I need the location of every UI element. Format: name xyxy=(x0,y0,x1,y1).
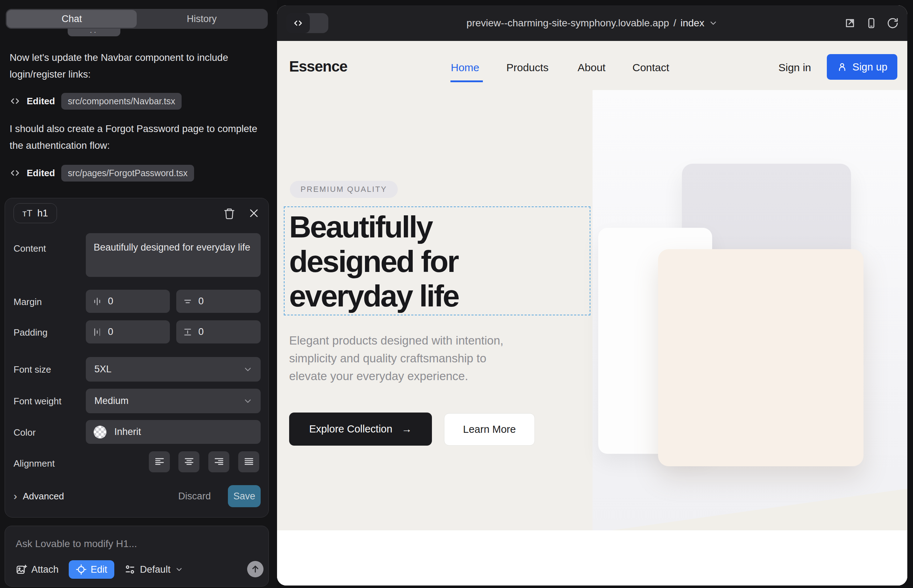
close-icon xyxy=(248,207,260,219)
chat-history-tabs: Chat History xyxy=(6,9,268,29)
align-center-button[interactable] xyxy=(178,451,199,472)
margin-label: Margin xyxy=(13,297,42,307)
color-label: Color xyxy=(13,427,36,438)
edited-file-row: Edited src/components/Navbar.tsx xyxy=(10,92,181,110)
url-host: preview--charming-site-symphony.lovable.… xyxy=(466,18,669,29)
file-chip-navbar[interactable]: src/components/Navbar.tsx xyxy=(61,93,181,110)
typography-icon: тT xyxy=(23,208,32,219)
content-input[interactable]: Beautifully designed for everyday life xyxy=(86,233,261,277)
preview-browser-window: preview--charming-site-symphony.lovable.… xyxy=(277,5,907,585)
edited-label: Edited xyxy=(27,168,55,179)
user-icon xyxy=(837,61,847,72)
assistant-message: Now let's update the Navbar component to… xyxy=(10,49,259,82)
chevron-down-icon xyxy=(709,18,718,28)
tab-history[interactable]: History xyxy=(137,10,267,28)
discard-button[interactable]: Discard xyxy=(178,491,211,502)
sign-in-link[interactable]: Sign in xyxy=(779,61,811,74)
delete-element-button[interactable] xyxy=(223,207,235,220)
chevron-down-icon xyxy=(243,396,253,406)
refresh-button[interactable] xyxy=(887,17,899,29)
nav-link-contact[interactable]: Contact xyxy=(632,61,669,74)
decor-diagonal-wedge xyxy=(592,484,907,530)
align-left-icon xyxy=(154,456,165,468)
element-tag-name: h1 xyxy=(37,208,48,219)
hero-heading[interactable]: Beautifully designed for everyday life xyxy=(289,210,459,313)
chrome-actions xyxy=(844,5,899,41)
chat-composer[interactable]: Ask Lovable to modify H1... Attach Edit … xyxy=(5,526,269,586)
attach-button[interactable]: Attach xyxy=(16,564,59,575)
open-in-new-tab-button[interactable] xyxy=(844,17,856,29)
font-size-select[interactable]: 5XL xyxy=(86,357,261,381)
align-right-button[interactable] xyxy=(208,451,229,472)
font-size-label: Font size xyxy=(13,364,51,375)
advanced-row: › Advanced Discard Save xyxy=(13,485,261,507)
close-panel-button[interactable] xyxy=(248,207,260,219)
nav-link-home[interactable]: Home xyxy=(451,61,479,74)
browser-chrome-bar: preview--charming-site-symphony.lovable.… xyxy=(277,5,907,41)
trash-icon xyxy=(223,207,235,220)
padding-vertical-icon xyxy=(183,327,193,337)
code-brackets-icon xyxy=(10,96,20,107)
margin-x-input[interactable]: 0 xyxy=(86,290,170,313)
chevron-down-icon xyxy=(175,565,183,574)
font-weight-label: Font weight xyxy=(13,396,61,407)
color-select[interactable]: Inherit xyxy=(86,420,261,444)
margin-vertical-icon xyxy=(183,297,193,307)
nav-link-products[interactable]: Products xyxy=(506,61,548,74)
hero-visual-panel xyxy=(592,90,907,530)
decor-card-beige xyxy=(658,249,863,466)
align-right-icon xyxy=(213,456,225,468)
content-label: Content xyxy=(13,243,46,254)
edited-file-row: Edited src/pages/ForgotPassword.tsx xyxy=(10,164,194,182)
sign-up-button[interactable]: Sign up xyxy=(827,54,897,80)
learn-more-button[interactable]: Learn More xyxy=(444,413,535,446)
padding-x-input[interactable]: 0 xyxy=(86,320,170,344)
site-logo[interactable]: Essence xyxy=(289,58,347,75)
truncated-chip: .. xyxy=(68,29,120,36)
chevron-right-icon: › xyxy=(13,490,17,502)
font-weight-select[interactable]: Medium xyxy=(86,389,261,413)
mobile-preview-button[interactable] xyxy=(865,17,877,29)
edit-mode-button[interactable]: Edit xyxy=(69,560,115,579)
send-button[interactable] xyxy=(247,561,264,577)
advanced-toggle[interactable]: Advanced xyxy=(23,491,64,502)
arrow-right-icon: → xyxy=(401,423,412,435)
preview-site: Essence Home Products About Contact Sign… xyxy=(277,41,907,585)
align-left-button[interactable] xyxy=(149,451,170,472)
padding-horizontal-icon xyxy=(92,327,102,337)
sliders-icon xyxy=(124,564,136,575)
file-chip-forgot-password[interactable]: src/pages/ForgotPassword.tsx xyxy=(61,165,194,181)
margin-y-input[interactable]: 0 xyxy=(176,290,261,313)
margin-horizontal-icon xyxy=(92,297,102,307)
selected-element-tag[interactable]: тT h1 xyxy=(13,203,57,223)
padding-label: Padding xyxy=(13,327,47,338)
smartphone-icon xyxy=(865,17,877,29)
active-nav-underline xyxy=(450,81,483,82)
align-center-icon xyxy=(183,456,195,468)
composer-input[interactable]: Ask Lovable to modify H1... xyxy=(16,538,137,549)
color-swatch-checkered xyxy=(94,426,107,438)
code-brackets-icon xyxy=(10,168,20,178)
tab-chat[interactable]: Chat xyxy=(7,10,137,28)
edited-label: Edited xyxy=(27,96,55,107)
url-page: index xyxy=(680,18,704,29)
align-justify-icon xyxy=(243,456,254,468)
external-link-icon xyxy=(844,17,856,29)
refresh-icon xyxy=(887,17,899,29)
image-plus-icon xyxy=(16,564,27,575)
nav-link-about[interactable]: About xyxy=(578,61,605,74)
explore-collection-button[interactable]: Explore Collection → xyxy=(289,412,432,446)
target-icon xyxy=(76,564,87,575)
align-justify-button[interactable] xyxy=(238,451,259,472)
url-bar[interactable]: preview--charming-site-symphony.lovable.… xyxy=(277,5,907,41)
assistant-message: I should also create a Forgot Password p… xyxy=(10,120,259,154)
arrow-up-icon xyxy=(250,564,260,574)
model-selector[interactable]: Default xyxy=(124,564,183,575)
chevron-down-icon xyxy=(243,365,253,375)
save-button[interactable]: Save xyxy=(228,485,261,507)
padding-y-input[interactable]: 0 xyxy=(176,320,261,344)
composer-toolbar: Attach Edit Default xyxy=(16,560,183,579)
lovable-chat-pane: Chat History .. Now let's update the Nav… xyxy=(0,0,277,588)
premium-quality-badge: PREMIUM QUALITY xyxy=(290,181,398,198)
next-section-blank xyxy=(277,530,907,585)
